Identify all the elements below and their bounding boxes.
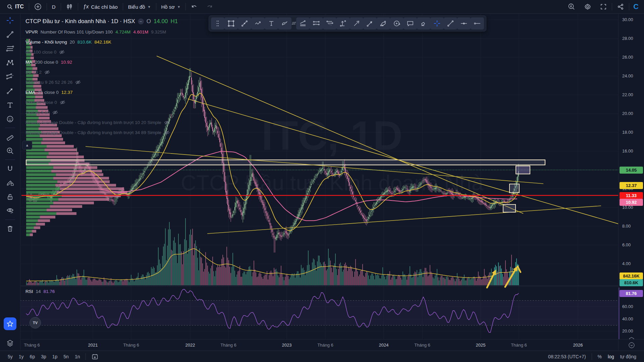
- arrow-marker-tool-button[interactable]: [363, 17, 377, 29]
- clock-label[interactable]: 08:22:53 (UTC+7): [545, 353, 589, 360]
- legend-row[interactable]: Ichimoku 9 26 52 26 26: [25, 77, 178, 87]
- text-tool-button[interactable]: [265, 17, 278, 29]
- parallel-lines-tool[interactable]: [291, 17, 296, 29]
- hide-symbol-icon[interactable]: −: [138, 18, 144, 24]
- lightning-search-icon: [568, 3, 575, 10]
- legend-row[interactable]: MA200 close 010.92: [25, 57, 178, 67]
- magnet-tool-button[interactable]: [4, 162, 16, 175]
- crosshair-tool-button[interactable]: [430, 17, 444, 29]
- dotted-channel-tool-button[interactable]: [310, 17, 323, 29]
- legend-row[interactable]: Moving Average Double - Cặp đường trung …: [25, 127, 178, 137]
- legend-collapse-button[interactable]: ▲: [22, 141, 32, 149]
- log-scale-button[interactable]: log: [605, 353, 617, 360]
- add-symbol-button[interactable]: [30, 2, 46, 11]
- legend-row[interactable]: EMA 50 close 0: [25, 97, 178, 107]
- scale-reset-icon[interactable]: [628, 342, 635, 349]
- crosshair-tool-button[interactable]: [4, 14, 16, 27]
- range-button-6p[interactable]: 6p: [27, 353, 38, 360]
- arrow-tool-button[interactable]: [350, 17, 363, 29]
- pattern-tool-button[interactable]: [4, 56, 16, 69]
- eye-off-icon[interactable]: [164, 120, 170, 125]
- symbol-search-button[interactable]: ITC: [3, 2, 28, 11]
- range-button-1p[interactable]: 1p: [49, 353, 61, 360]
- trend-line-2-tool-button[interactable]: [444, 17, 457, 29]
- share-button[interactable]: [613, 2, 628, 11]
- profile-button[interactable]: Hồ sơ ▼: [157, 2, 185, 11]
- range-button-5y[interactable]: 5y: [5, 353, 16, 360]
- trend-line-tool-button[interactable]: [4, 28, 16, 41]
- eye-off-icon[interactable]: [44, 70, 50, 75]
- channel-tool-button[interactable]: [4, 70, 16, 83]
- horizontal-ray-tool-button[interactable]: [471, 17, 484, 29]
- quick-search-button[interactable]: [564, 2, 580, 11]
- star-icon: [6, 320, 14, 327]
- eye-off-icon[interactable]: [75, 80, 81, 85]
- horizontal-line-tool-button[interactable]: [457, 17, 471, 29]
- legend-row[interactable]: VPVRNumber Of Rows 101 Up/Down 1004.724M…: [25, 27, 178, 37]
- price-badge: 12.37: [620, 182, 643, 189]
- object-tree-button[interactable]: [4, 337, 16, 349]
- floating-draw-toolbar: [209, 15, 486, 32]
- drawing-mode-lock-button[interactable]: [4, 176, 16, 189]
- fullscreen-button[interactable]: [596, 2, 611, 11]
- redo-button[interactable]: [202, 2, 217, 11]
- range-button-1y[interactable]: 1y: [16, 353, 27, 360]
- brush-tool-button[interactable]: [278, 17, 291, 29]
- circle-tool-button[interactable]: [390, 17, 404, 29]
- eraser-tool-button[interactable]: [417, 17, 430, 29]
- layout-button[interactable]: Biểu đồ ▼: [124, 2, 155, 11]
- share-icon: [617, 3, 624, 10]
- eye-off-icon[interactable]: [52, 110, 58, 115]
- legend-row[interactable]: ZigZag 5 10: [25, 107, 178, 117]
- comment-tool-button[interactable]: [404, 17, 417, 29]
- time-axis[interactable]: Tháng 62021Tháng 62022Tháng 62023Tháng 6…: [20, 339, 618, 351]
- divider: [592, 353, 592, 360]
- tradingview-logo[interactable]: TV: [30, 317, 41, 328]
- curve-tool-button[interactable]: [377, 17, 390, 29]
- rectangle-tool-button[interactable]: [224, 17, 238, 29]
- zoom-in-tool-button[interactable]: [4, 144, 16, 157]
- legend-row[interactable]: CTCP Đầu tư - Kinh doanh Nhà · 1D · HSX−…: [25, 16, 178, 27]
- arrow-marker-tool-button[interactable]: [4, 84, 16, 97]
- auto-scale-button[interactable]: tự động: [617, 353, 639, 360]
- range-button-1n[interactable]: 1n: [72, 353, 83, 360]
- undo-button[interactable]: [186, 2, 202, 11]
- interval-button[interactable]: D: [48, 2, 60, 11]
- legend-row[interactable]: BB 20 2: [25, 67, 178, 77]
- chart-legend: CTCP Đầu tư - Kinh doanh Nhà · 1D · HSX−…: [25, 16, 178, 137]
- drag-handle-button[interactable]: [211, 17, 224, 29]
- layout-label: Biểu đồ: [128, 4, 145, 10]
- favorites-button[interactable]: [4, 317, 16, 330]
- percent-scale-button[interactable]: %: [595, 353, 605, 360]
- time-tick-label: 2026: [573, 343, 583, 348]
- indicators-button[interactable]: ƒx Các chỉ báo: [79, 2, 122, 11]
- price-axis[interactable]: 30.0028.0026.0024.0022.0020.0018.0016.00…: [618, 13, 644, 351]
- disjoint-channel-tool-button[interactable]: [323, 17, 336, 29]
- eye-off-icon[interactable]: [60, 100, 65, 105]
- eye-off-icon[interactable]: [164, 130, 170, 135]
- chart-style-button[interactable]: [62, 2, 77, 11]
- emoji-tool-button[interactable]: [4, 113, 16, 125]
- hide-dr awings-button[interactable]: [4, 204, 16, 217]
- range-button-5n[interactable]: 5n: [60, 353, 72, 360]
- settings-button[interactable]: [580, 2, 596, 11]
- vertical-run-tool-button[interactable]: [336, 17, 350, 29]
- legend-row[interactable]: Moving Average Double - Cặp đường trung …: [25, 117, 178, 127]
- legend-row[interactable]: EMA21 close 012.37: [25, 87, 178, 97]
- eye-off-icon[interactable]: [59, 50, 65, 55]
- legend-row[interactable]: Volume - Khối lượng20810.6K842.16K: [25, 37, 178, 47]
- broker-logo[interactable]: C: [630, 2, 642, 11]
- range-button-3p[interactable]: 3p: [38, 353, 49, 360]
- trend-line-tool-button[interactable]: [238, 17, 251, 29]
- go-to-date-button[interactable]: [89, 352, 101, 361]
- remove-drawings-button[interactable]: [4, 222, 16, 235]
- measure-tool-button[interactable]: [4, 130, 16, 143]
- price-badge: 81.76: [620, 290, 643, 297]
- angled-channel-tool-button[interactable]: [296, 17, 310, 29]
- lock-all-button[interactable]: [4, 190, 16, 203]
- text-tool-button[interactable]: [4, 99, 16, 111]
- legend-row[interactable]: MA 100 close 0: [25, 47, 178, 57]
- fib-retracement-tool-button[interactable]: [4, 42, 16, 55]
- polyline-arrow-tool-button[interactable]: [251, 17, 265, 29]
- legend-text: 21 close 0: [38, 90, 59, 95]
